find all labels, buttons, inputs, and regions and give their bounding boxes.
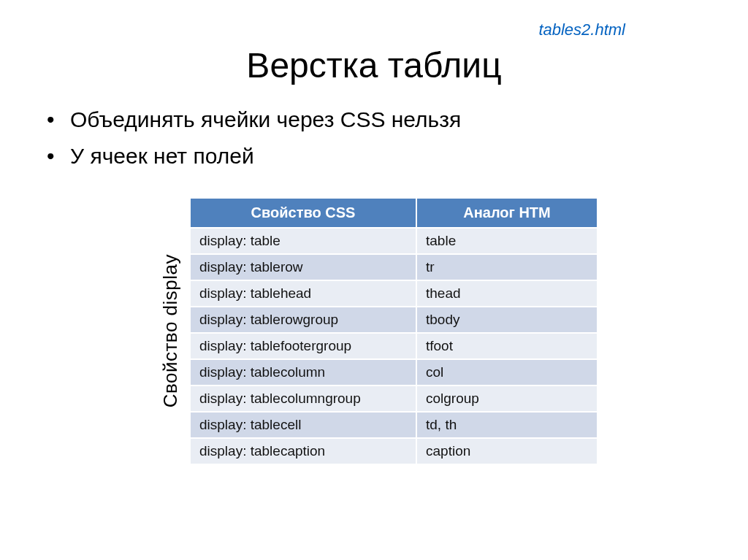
side-label: Свойство display <box>159 254 182 407</box>
table-cell: display: tablefootergroup <box>190 333 416 359</box>
table-cell: display: tablecell <box>190 412 416 438</box>
table-cell: display: tablerow <box>190 254 416 280</box>
table-cell: table <box>416 228 598 254</box>
filename-link: tables2.html <box>538 20 625 39</box>
table-row: display: tablerow tr <box>190 254 598 280</box>
table-row: display: tablecaption caption <box>190 438 598 464</box>
table-cell: display: table <box>190 228 416 254</box>
table-row: display: table table <box>190 228 598 254</box>
table-cell: caption <box>416 438 598 464</box>
table-row: display: tablefootergroup tfoot <box>190 333 598 359</box>
table-row: display: tablehead thead <box>190 280 598 307</box>
table-cell: tbody <box>416 307 598 333</box>
table-row: display: tablecolumngroup colgroup <box>190 386 598 412</box>
table-header: Свойство CSS <box>190 198 416 228</box>
bullet-list: Объединять ячейки через CSS нельзя У яче… <box>47 104 748 172</box>
table-cell: tfoot <box>416 333 598 359</box>
table-header: Аналог HTM <box>416 198 598 228</box>
table-header-row: Свойство CSS Аналог HTM <box>190 198 598 228</box>
table-cell: thead <box>416 280 598 307</box>
list-item: Объединять ячейки через CSS нельзя <box>47 104 748 135</box>
table-cell: td, th <box>416 412 598 438</box>
table-cell: display: tablecolumngroup <box>190 386 416 412</box>
table-row: display: tablecolumn col <box>190 359 598 386</box>
display-table: Свойство CSS Аналог HTM display: table t… <box>189 197 598 465</box>
table-cell: display: tablehead <box>190 280 416 307</box>
page-title: Верстка таблиц <box>0 45 748 85</box>
table-row: display: tablerowgroup tbody <box>190 307 598 333</box>
list-item: У ячеек нет полей <box>47 141 748 172</box>
table-cell: col <box>416 359 598 386</box>
table-cell: display: tablecolumn <box>190 359 416 386</box>
table-cell: display: tablerowgroup <box>190 307 416 333</box>
table-cell: display: tablecaption <box>190 438 416 464</box>
table-container: Свойство display Свойство CSS Аналог HTM… <box>159 197 598 465</box>
table-cell: colgroup <box>416 386 598 412</box>
table-row: display: tablecell td, th <box>190 412 598 438</box>
table-cell: tr <box>416 254 598 280</box>
